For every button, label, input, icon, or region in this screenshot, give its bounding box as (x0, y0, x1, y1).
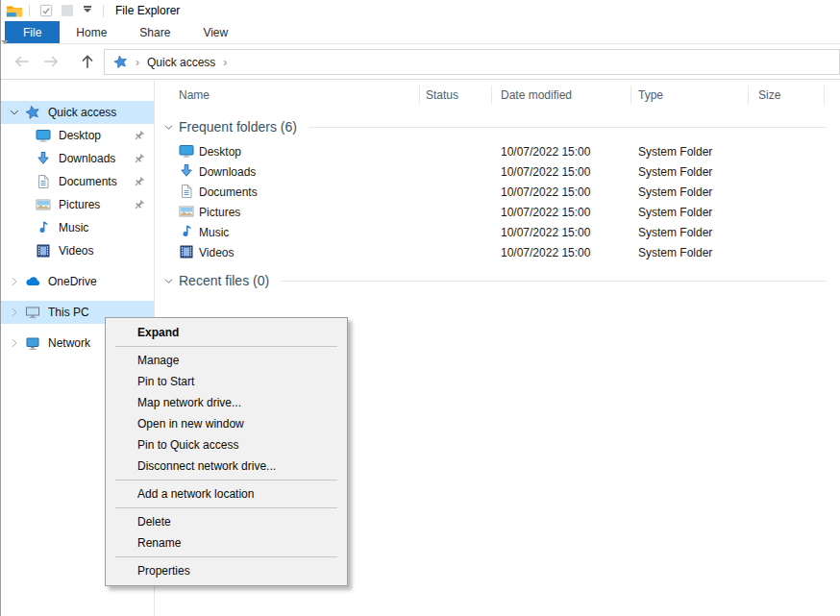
cell-name: Documents (199, 185, 258, 199)
menu-item-open-in-new-window[interactable]: Open in new window (106, 413, 347, 434)
expand-chevron-down-icon[interactable] (9, 107, 20, 118)
file-explorer-app-icon[interactable] (6, 4, 23, 18)
column-header-date-modified[interactable]: Date modified (501, 88, 572, 102)
pin-icon (133, 199, 145, 211)
breadcrumb-chevron-icon[interactable]: › (223, 56, 227, 69)
pictures-icon (179, 204, 194, 219)
downloads-icon (179, 163, 194, 179)
sidebar-item-label: Quick access (48, 106, 116, 119)
column-divider[interactable] (748, 86, 749, 105)
address-bar[interactable]: › Quick access › (104, 49, 840, 75)
file-row-pictures[interactable]: Pictures 10/07/2022 15:00 System Folder (156, 202, 840, 222)
tab-home[interactable]: Home (60, 21, 123, 43)
recent-locations-chevron-icon[interactable] (1, 40, 9, 61)
menu-item-pin-to-start[interactable]: Pin to Start (106, 371, 347, 392)
cell-date-modified: 10/07/2022 15:00 (501, 145, 590, 159)
menu-separator (115, 507, 337, 508)
expand-chevron-right-icon[interactable] (9, 276, 20, 287)
column-divider[interactable] (824, 86, 825, 105)
sidebar-item-videos[interactable]: Videos (1, 239, 154, 262)
cell-date-modified: 10/07/2022 15:00 (501, 165, 590, 179)
menu-item-rename[interactable]: Rename (106, 532, 347, 554)
column-divider[interactable] (630, 86, 631, 105)
forward-button[interactable] (42, 53, 60, 70)
qat-new-folder-button[interactable] (60, 3, 75, 18)
sidebar-item-label: Desktop (59, 129, 101, 142)
cell-date-modified: 10/07/2022 15:00 (501, 226, 590, 239)
group-header-rule (309, 127, 827, 128)
desktop-icon (179, 143, 194, 159)
file-row-videos[interactable]: Videos 10/07/2022 15:00 System Folder (156, 242, 840, 262)
navigation-bar: › Quick access › (1, 44, 840, 80)
group-collapse-chevron-icon[interactable] (163, 276, 174, 286)
group-header-frequent-folders[interactable]: Frequent folders (6) (156, 117, 840, 136)
column-header-status[interactable]: Status (426, 88, 458, 102)
file-row-documents[interactable]: Documents 10/07/2022 15:00 System Folder (156, 182, 840, 202)
sidebar-item-label: Documents (59, 175, 117, 188)
sidebar-item-pictures[interactable]: Pictures (1, 193, 154, 216)
cell-date-modified: 10/07/2022 15:00 (501, 185, 590, 199)
sidebar-item-downloads[interactable]: Downloads (1, 147, 154, 170)
column-divider[interactable] (491, 86, 492, 105)
file-row-music[interactable]: Music 10/07/2022 15:00 System Folder (156, 222, 840, 242)
music-icon (179, 224, 194, 239)
cell-name: Videos (199, 246, 234, 259)
sidebar-item-onedrive[interactable]: OneDrive (1, 270, 154, 293)
music-icon (36, 220, 51, 235)
column-header-type[interactable]: Type (638, 88, 663, 102)
group-header-recent-files[interactable]: Recent files (0) (156, 271, 840, 290)
file-row-downloads[interactable]: Downloads 10/07/2022 15:00 System Folder (156, 161, 840, 182)
sidebar-item-quick-access[interactable]: Quick access (1, 101, 154, 124)
group-header-label: Recent files (0) (179, 273, 269, 288)
menu-separator (115, 480, 337, 480)
this-pc-monitor-icon (25, 305, 40, 320)
menu-item-disconnect-network-drive[interactable]: Disconnect network drive... (106, 456, 347, 477)
menu-item-manage[interactable]: Manage (106, 350, 347, 371)
sidebar-item-label: Pictures (59, 198, 100, 211)
desktop-icon (36, 128, 51, 143)
column-header-name[interactable]: Name (179, 88, 210, 102)
group-collapse-chevron-icon[interactable] (163, 122, 174, 133)
documents-icon (179, 184, 194, 199)
videos-icon (179, 244, 194, 259)
sidebar-item-music[interactable]: Music (1, 216, 154, 239)
tab-share[interactable]: Share (123, 21, 186, 43)
menu-item-pin-to-quick-access[interactable]: Pin to Quick access (106, 434, 347, 456)
file-row-desktop[interactable]: Desktop 10/07/2022 15:00 System Folder (156, 141, 840, 161)
qat-properties-button[interactable] (38, 3, 54, 18)
documents-icon (36, 174, 51, 189)
menu-item-delete[interactable]: Delete (106, 511, 347, 532)
tab-view[interactable]: View (186, 21, 244, 43)
back-button[interactable] (13, 53, 31, 70)
cell-type: System Folder (638, 145, 712, 159)
qat-customize-chevron-icon[interactable] (84, 9, 91, 12)
videos-icon (36, 243, 51, 259)
menu-separator (115, 346, 337, 347)
window-title: File Explorer (115, 4, 180, 17)
column-header-size[interactable]: Size (758, 88, 780, 102)
up-button[interactable] (79, 53, 96, 70)
cell-name: Desktop (199, 145, 241, 159)
menu-item-map-network-drive[interactable]: Map network drive... (106, 392, 347, 413)
cell-name: Music (199, 226, 229, 239)
expand-chevron-right-icon[interactable] (9, 337, 20, 349)
menu-item-expand[interactable]: Expand (106, 322, 347, 343)
tab-file[interactable]: File (5, 21, 60, 43)
sidebar-item-documents[interactable]: Documents (1, 170, 154, 193)
pin-icon (133, 176, 145, 188)
menu-item-add-network-location[interactable]: Add a network location (106, 483, 347, 505)
cell-type: System Folder (638, 206, 712, 219)
sidebar-item-label: OneDrive (48, 275, 97, 288)
menu-item-properties[interactable]: Properties (106, 560, 347, 581)
pin-icon (133, 153, 145, 165)
menu-separator (115, 556, 337, 557)
downloads-icon (36, 151, 51, 166)
frequent-folders-rows: Desktop 10/07/2022 15:00 System Folder D… (156, 141, 840, 262)
column-divider[interactable] (419, 86, 420, 105)
cell-type: System Folder (638, 226, 712, 239)
titlebar-divider (103, 5, 104, 17)
breadcrumb-chevron-icon[interactable]: › (136, 56, 139, 69)
breadcrumb-root[interactable]: Quick access (147, 56, 215, 69)
sidebar-item-desktop[interactable]: Desktop (1, 124, 154, 147)
expand-chevron-right-icon[interactable] (9, 307, 20, 318)
